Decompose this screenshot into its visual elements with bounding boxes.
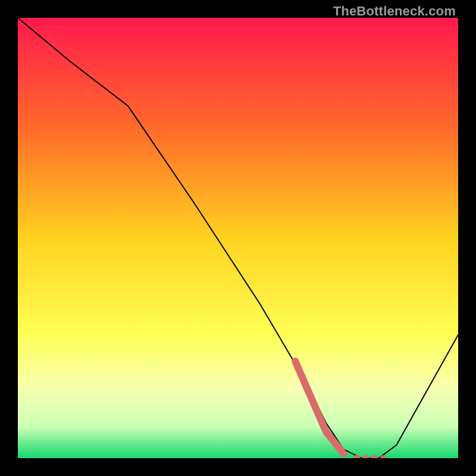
chart-background: [18, 18, 458, 458]
chart-area: [18, 18, 458, 458]
chart-svg: [18, 18, 458, 458]
watermark-text: TheBottleneck.com: [333, 4, 456, 19]
